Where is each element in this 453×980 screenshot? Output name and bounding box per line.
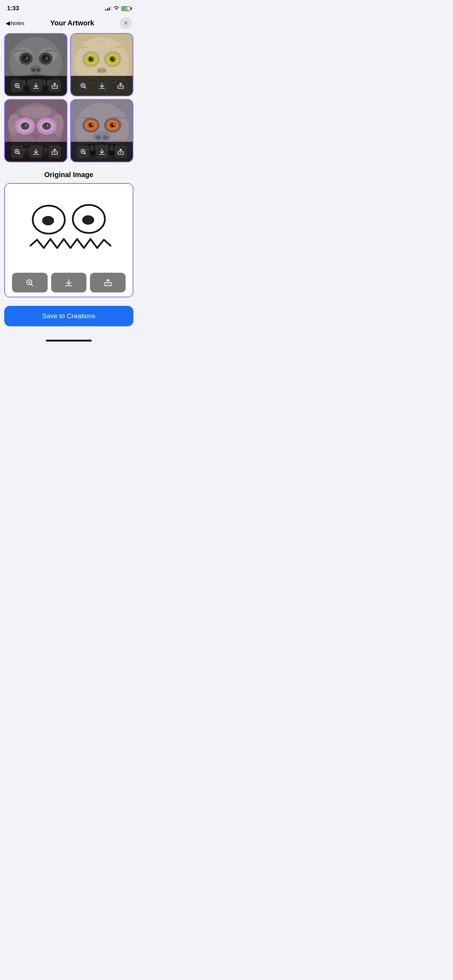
card-1-share-button[interactable] xyxy=(48,80,61,92)
main-content: Original Image xyxy=(0,33,138,298)
card-3-share-button[interactable] xyxy=(48,145,61,158)
svg-line-81 xyxy=(18,153,20,154)
home-indicator xyxy=(0,337,138,344)
original-section: Original Image xyxy=(4,171,134,298)
card-2-download-button[interactable] xyxy=(95,80,108,92)
close-icon: ✕ xyxy=(124,20,128,27)
close-button[interactable]: ✕ xyxy=(120,17,132,29)
nav-bar: ◀ Notes Your Artwork ✕ xyxy=(0,14,138,33)
original-section-title: Original Image xyxy=(4,171,134,179)
original-card xyxy=(4,183,134,298)
card-2-zoom-button[interactable] xyxy=(77,80,90,92)
artwork-card-1 xyxy=(4,33,67,96)
signal-icon xyxy=(105,6,111,11)
card-1-download-button[interactable] xyxy=(30,80,42,92)
status-time: 1:33 xyxy=(7,5,19,12)
original-drawing xyxy=(12,194,126,265)
artwork-grid xyxy=(4,33,134,162)
card-1-actions xyxy=(5,76,67,95)
artwork-card-4 xyxy=(70,99,134,162)
svg-point-114 xyxy=(42,216,54,226)
card-2-actions xyxy=(71,76,133,95)
original-zoom-button[interactable] xyxy=(12,273,48,293)
svg-line-110 xyxy=(84,153,86,154)
card-4-zoom-button[interactable] xyxy=(77,145,90,158)
card-4-download-button[interactable] xyxy=(95,145,108,158)
page-title: Your Artwork xyxy=(50,19,94,27)
battery-icon: ⚡ xyxy=(121,6,130,11)
wifi-icon xyxy=(114,6,119,11)
back-button[interactable]: ◀ Notes xyxy=(6,20,24,27)
svg-line-118 xyxy=(31,284,33,286)
artwork-card-3 xyxy=(4,99,67,162)
card-4-actions xyxy=(71,142,133,162)
original-download-button[interactable] xyxy=(51,273,87,293)
card-3-zoom-button[interactable] xyxy=(11,145,24,158)
card-3-actions xyxy=(5,142,67,162)
svg-line-53 xyxy=(84,87,86,88)
card-4-share-button[interactable] xyxy=(114,145,127,158)
svg-point-116 xyxy=(82,215,94,225)
svg-line-27 xyxy=(18,87,20,88)
card-2-share-button[interactable] xyxy=(114,80,127,92)
home-bar xyxy=(46,340,92,342)
save-button-label: Save to Creations xyxy=(42,312,95,320)
card-3-download-button[interactable] xyxy=(30,145,42,158)
artwork-card-2 xyxy=(70,33,134,96)
card-1-zoom-button[interactable] xyxy=(11,80,24,92)
original-share-button[interactable] xyxy=(90,273,126,293)
save-to-creations-button[interactable]: Save to Creations xyxy=(4,306,134,326)
status-icons: ⚡ xyxy=(105,6,130,11)
back-label: Notes xyxy=(11,20,24,26)
original-card-actions xyxy=(5,269,133,297)
save-section: Save to Creations xyxy=(0,306,138,337)
back-arrow-icon: ◀ xyxy=(6,20,10,27)
status-bar: 1:33 ⚡ xyxy=(0,0,138,14)
